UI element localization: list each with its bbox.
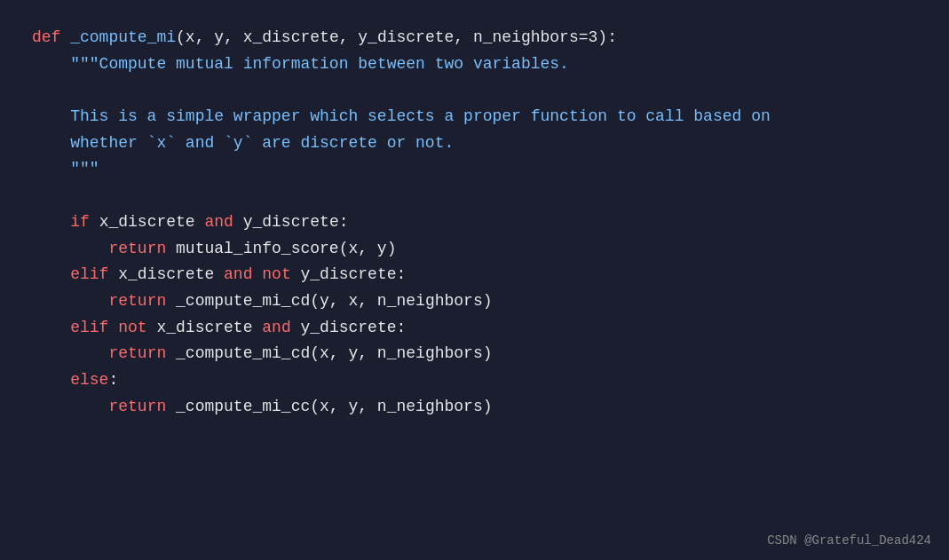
code-line: return _compute_mi_cc(x, y, n_neighbors) (32, 394, 917, 421)
code-line: elif not x_discrete and y_discrete: (32, 315, 917, 342)
code-line: return _compute_mi_cd(y, x, n_neighbors) (32, 288, 917, 315)
code-line: """Compute mutual information between tw… (32, 51, 917, 78)
code-line: return mutual_info_score(x, y) (32, 236, 917, 263)
watermark: CSDN @Grateful_Dead424 (767, 533, 931, 548)
code-line: def _compute_mi(x, y, x_discrete, y_disc… (32, 25, 917, 51)
code-line: whether `x` and `y` are discrete or not. (32, 130, 917, 157)
code-line: elif x_discrete and not y_discrete: (32, 262, 917, 288)
code-block: def _compute_mi(x, y, x_discrete, y_disc… (0, 0, 949, 445)
code-line: This is a simple wrapper which selects a… (32, 104, 917, 130)
code-line (32, 77, 917, 104)
code-line: """ (32, 156, 917, 183)
code-line (32, 183, 917, 209)
code-line: return _compute_mi_cd(x, y, n_neighbors) (32, 341, 917, 367)
code-line: else: (32, 367, 917, 394)
code-line: if x_discrete and y_discrete: (32, 209, 917, 236)
